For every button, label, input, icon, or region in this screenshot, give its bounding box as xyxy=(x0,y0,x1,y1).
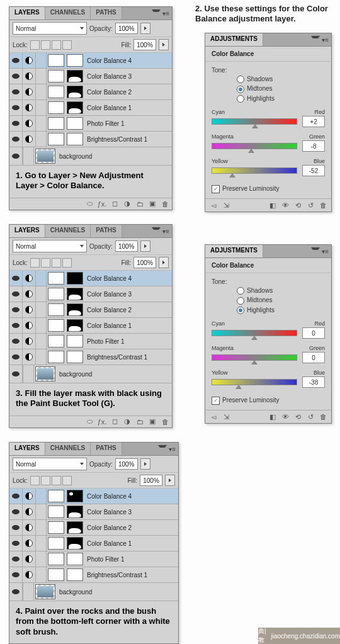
adj-thumb[interactable] xyxy=(48,335,64,347)
adj-thumb[interactable] xyxy=(48,101,64,114)
preserve-luminosity-checkbox[interactable] xyxy=(212,397,220,405)
mask-thumb[interactable] xyxy=(67,521,83,534)
layer-name[interactable]: Photo Filter 1 xyxy=(84,338,124,345)
layer-name[interactable]: Color Balance 1 xyxy=(84,540,132,547)
yellow-blue-slider[interactable] xyxy=(212,167,297,174)
radio-midtones-label[interactable]: Midtones xyxy=(247,85,273,92)
mask-thumb[interactable] xyxy=(67,288,83,300)
layer-fx-icon[interactable]: ƒx. xyxy=(98,200,106,208)
adj-thumb[interactable] xyxy=(48,117,64,130)
blend-mode-dropdown[interactable]: Normal xyxy=(13,22,87,35)
visibility-icon[interactable] xyxy=(9,84,23,99)
layer-name[interactable]: background xyxy=(57,589,92,596)
slider-handle-icon[interactable] xyxy=(248,149,254,153)
lock-pixels-icon[interactable] xyxy=(41,258,50,268)
tab-adjustments[interactable]: ADJUSTMENTS xyxy=(205,33,263,46)
slider-handle-icon[interactable] xyxy=(229,173,235,178)
radio-highlights-label[interactable]: Highlights xyxy=(247,307,275,314)
layer-row[interactable]: Color Balance 1 xyxy=(9,100,172,116)
layer-name[interactable]: Color Balance 2 xyxy=(84,524,132,531)
adj-thumb[interactable] xyxy=(48,351,64,363)
visibility-icon[interactable] xyxy=(9,271,23,286)
reset-icon[interactable]: ↺ xyxy=(306,201,315,210)
visibility-icon[interactable] xyxy=(9,302,23,317)
radio-highlights[interactable] xyxy=(237,307,244,314)
layer-row[interactable]: Photo Filter 1 xyxy=(9,116,172,132)
radio-highlights-label[interactable]: Highlights xyxy=(247,95,275,102)
mask-thumb[interactable] xyxy=(67,70,83,82)
lock-transparency-icon[interactable] xyxy=(30,258,40,268)
expand-icon[interactable]: ⇲ xyxy=(222,201,230,210)
visibility-icon[interactable] xyxy=(9,116,23,131)
visibility-icon[interactable] xyxy=(9,53,23,68)
magenta-green-value[interactable]: -8 xyxy=(302,140,325,152)
expand-icon[interactable]: ⇲ xyxy=(222,412,230,421)
layer-thumb[interactable] xyxy=(35,366,55,381)
collapse-icon[interactable] xyxy=(158,445,167,453)
adj-thumb[interactable] xyxy=(48,521,64,534)
mask-thumb[interactable] xyxy=(67,133,83,145)
visibility-icon[interactable] xyxy=(9,318,23,333)
cyan-red-value[interactable]: 0 xyxy=(302,327,325,339)
collapse-icon[interactable] xyxy=(311,247,320,255)
layer-row[interactable]: Photo Filter 1 xyxy=(9,334,172,349)
radio-shadows[interactable] xyxy=(237,287,244,295)
layer-row[interactable]: Color Balance 4 xyxy=(9,53,172,69)
yellow-blue-value[interactable]: -52 xyxy=(302,165,325,176)
slider-handle-icon[interactable] xyxy=(252,124,258,128)
magenta-green-value[interactable]: 0 xyxy=(302,352,325,363)
layer-row[interactable]: Color Balance 2 xyxy=(9,302,172,318)
layer-name[interactable]: Color Balance 1 xyxy=(84,105,132,111)
view-icon[interactable]: 👁 xyxy=(281,201,290,210)
new-group-icon[interactable]: 🗀 xyxy=(135,417,144,426)
cyan-red-slider[interactable] xyxy=(212,118,297,125)
adj-thumb[interactable] xyxy=(48,568,64,581)
slider-handle-icon[interactable] xyxy=(251,336,258,340)
layer-fx-icon[interactable]: ƒx. xyxy=(98,417,106,426)
adj-thumb[interactable] xyxy=(48,70,64,82)
tab-layers[interactable]: LAYERS xyxy=(9,443,45,455)
radio-midtones[interactable] xyxy=(237,297,244,305)
layer-row[interactable]: background xyxy=(9,583,178,601)
lock-pixels-icon[interactable] xyxy=(41,40,50,50)
layer-row[interactable]: Color Balance 3 xyxy=(9,286,172,302)
visibility-icon[interactable] xyxy=(9,551,23,567)
lock-transparency-icon[interactable] xyxy=(30,40,40,50)
radio-midtones[interactable] xyxy=(237,86,244,93)
lock-pixels-icon[interactable] xyxy=(41,476,50,485)
radio-shadows[interactable] xyxy=(237,76,244,83)
layer-mask-icon[interactable]: ◻ xyxy=(110,200,119,208)
tab-paths[interactable]: PATHS xyxy=(91,443,122,455)
visibility-icon[interactable] xyxy=(9,334,23,349)
lock-all-icon[interactable] xyxy=(62,258,72,268)
preserve-luminosity-label[interactable]: Preserve Luminosity xyxy=(222,397,280,404)
layer-name[interactable]: Brightness/Contrast 1 xyxy=(84,136,147,143)
layer-mask-icon[interactable]: ◻ xyxy=(110,417,119,426)
visibility-icon[interactable] xyxy=(9,536,23,551)
mask-thumb[interactable] xyxy=(67,319,83,332)
preserve-luminosity-checkbox[interactable] xyxy=(212,185,220,193)
mask-thumb[interactable] xyxy=(67,553,83,565)
visibility-icon[interactable] xyxy=(9,132,23,147)
layer-name[interactable]: Color Balance 2 xyxy=(84,89,132,96)
layer-row[interactable]: Color Balance 2 xyxy=(9,520,178,536)
mask-thumb[interactable] xyxy=(67,351,83,363)
tab-paths[interactable]: PATHS xyxy=(91,7,122,20)
link-layers-icon[interactable]: ⬭ xyxy=(85,417,94,426)
cyan-red-value[interactable]: +2 xyxy=(302,116,325,127)
layer-name[interactable]: Color Balance 4 xyxy=(84,275,132,282)
tab-layers[interactable]: LAYERS xyxy=(9,7,45,20)
opacity-input[interactable]: 100% xyxy=(115,458,138,470)
fill-flyout-button[interactable] xyxy=(159,39,169,50)
radio-shadows-label[interactable]: Shadows xyxy=(247,76,273,82)
link-layers-icon[interactable]: ⬭ xyxy=(85,200,94,208)
layer-row[interactable]: Photo Filter 1 xyxy=(9,551,178,567)
layer-row[interactable]: Color Balance 3 xyxy=(9,504,178,520)
fill-input[interactable]: 100% xyxy=(140,475,162,486)
lock-position-icon[interactable] xyxy=(52,476,61,485)
adj-thumb[interactable] xyxy=(48,506,64,518)
mask-thumb[interactable] xyxy=(67,568,83,581)
visibility-icon[interactable] xyxy=(9,286,23,302)
layer-name[interactable]: Color Balance 1 xyxy=(84,322,132,329)
new-group-icon[interactable]: 🗀 xyxy=(135,200,144,208)
